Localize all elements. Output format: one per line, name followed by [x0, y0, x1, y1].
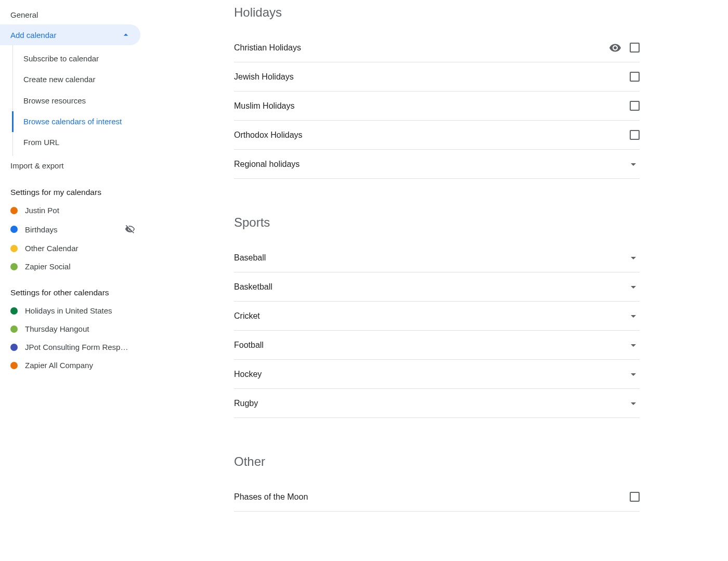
other-calendars-header: Settings for other calendars [0, 276, 146, 302]
list-row-label: Basketball [234, 282, 627, 292]
list-row-actions [630, 72, 640, 82]
list-row-label: Football [234, 341, 627, 350]
list-row-label: Rugby [234, 399, 627, 408]
subscribe-checkbox[interactable] [630, 492, 640, 502]
list-row-label: Hockey [234, 370, 627, 379]
group-title: Sports [234, 215, 640, 230]
nav-import-export[interactable]: Import & export [0, 156, 146, 175]
calendar-row[interactable]: JPot Consulting Form Resp… [0, 338, 146, 356]
calendar-color-dot [10, 226, 18, 233]
nav-label: Add calendar [10, 31, 56, 40]
list-row-actions [630, 101, 640, 111]
calendar-list-row: Muslim Holidays [234, 92, 640, 121]
sub-from-url[interactable]: From URL [13, 132, 146, 153]
nav-general[interactable]: General [0, 5, 146, 24]
calendar-label: Birthdays [25, 225, 118, 234]
calendar-color-dot [10, 362, 18, 369]
list-row-label: Orthodox Holidays [234, 131, 630, 140]
calendar-color-dot [10, 245, 18, 252]
chevron-down-icon[interactable] [627, 310, 640, 322]
calendar-list-row[interactable]: Basketball [234, 272, 640, 302]
nav-add-calendar[interactable]: Add calendar [0, 24, 140, 45]
list-row-actions [627, 339, 640, 351]
chevron-up-icon [121, 30, 131, 40]
list-row-actions [627, 397, 640, 410]
calendar-row[interactable]: Thursday Hangout [0, 320, 146, 338]
calendar-row[interactable]: Other Calendar [0, 239, 146, 257]
list-row-actions [627, 310, 640, 322]
list-row-actions [627, 158, 640, 171]
chevron-down-icon[interactable] [627, 339, 640, 351]
calendar-row[interactable]: Zapier Social [0, 257, 146, 276]
chevron-down-icon[interactable] [627, 158, 640, 171]
sub-browse-interest[interactable]: Browse calendars of interest [12, 111, 146, 132]
list-row-label: Christian Holidays [234, 43, 609, 53]
chevron-down-icon[interactable] [627, 368, 640, 381]
list-row-actions [627, 368, 640, 381]
calendar-list-row: Orthodox Holidays [234, 121, 640, 150]
calendar-color-dot [10, 207, 18, 214]
list-row-actions [630, 492, 640, 502]
calendar-label: Zapier Social [25, 262, 135, 271]
hidden-eye-icon [125, 224, 135, 234]
calendar-color-dot [10, 307, 18, 315]
my-calendars-header: Settings for my calendars [0, 175, 146, 201]
calendar-list-row[interactable]: Cricket [234, 302, 640, 331]
sub-browse-resources[interactable]: Browse resources [13, 90, 146, 111]
calendar-label: Holidays in United States [25, 306, 135, 315]
subscribe-checkbox[interactable] [630, 43, 640, 53]
calendar-label: Thursday Hangout [25, 324, 135, 333]
calendar-row[interactable]: Zapier All Company [0, 356, 146, 374]
list-row-actions [630, 130, 640, 140]
calendar-list-row[interactable]: Hockey [234, 360, 640, 389]
chevron-down-icon[interactable] [627, 252, 640, 264]
calendar-list-row: Phases of the Moon [234, 482, 640, 512]
calendar-label: Zapier All Company [25, 361, 135, 370]
list-row-actions [609, 42, 640, 54]
subscribe-checkbox[interactable] [630, 130, 640, 140]
calendar-list-row[interactable]: Rugby [234, 389, 640, 418]
chevron-down-icon[interactable] [627, 397, 640, 410]
calendar-row[interactable]: Justin Pot [0, 201, 146, 219]
calendar-row[interactable]: Holidays in United States [0, 302, 146, 320]
list-row-label: Cricket [234, 311, 627, 321]
calendar-list-row[interactable]: Regional holidays [234, 150, 640, 179]
calendar-color-dot [10, 325, 18, 333]
preview-eye-icon[interactable] [609, 42, 621, 54]
list-row-actions [627, 252, 640, 264]
calendar-list-row[interactable]: Football [234, 331, 640, 360]
sub-create-new[interactable]: Create new calendar [13, 69, 146, 90]
nav-label: General [10, 10, 38, 19]
calendar-label: JPot Consulting Form Resp… [25, 343, 135, 351]
calendar-list-row: Jewish Holidays [234, 62, 640, 92]
sub-subscribe[interactable]: Subscribe to calendar [13, 48, 146, 69]
subscribe-checkbox[interactable] [630, 101, 640, 111]
calendar-label: Justin Pot [25, 206, 135, 215]
calendar-color-dot [10, 263, 18, 270]
list-row-label: Regional holidays [234, 160, 627, 169]
subscribe-checkbox[interactable] [630, 72, 640, 82]
list-row-label: Baseball [234, 253, 627, 263]
group-title: Holidays [234, 5, 640, 20]
other-calendars-list: Holidays in United StatesThursday Hangou… [0, 302, 146, 374]
calendar-color-dot [10, 344, 18, 351]
main-content: HolidaysChristian HolidaysJewish Holiday… [146, 0, 728, 561]
add-calendar-submenu: Subscribe to calendar Create new calenda… [12, 45, 146, 156]
list-row-label: Jewish Holidays [234, 72, 630, 82]
calendar-label: Other Calendar [25, 244, 135, 253]
calendar-row[interactable]: Birthdays [0, 219, 146, 239]
calendar-list-row[interactable]: Baseball [234, 243, 640, 272]
my-calendars-list: Justin PotBirthdaysOther CalendarZapier … [0, 201, 146, 276]
list-row-actions [627, 281, 640, 293]
group-title: Other [234, 454, 640, 469]
settings-sidebar: General Add calendar Subscribe to calend… [0, 0, 146, 561]
nav-label: Import & export [10, 161, 64, 170]
chevron-down-icon[interactable] [627, 281, 640, 293]
list-row-label: Phases of the Moon [234, 492, 630, 502]
calendar-list-row: Christian Holidays [234, 33, 640, 62]
list-row-label: Muslim Holidays [234, 101, 630, 111]
